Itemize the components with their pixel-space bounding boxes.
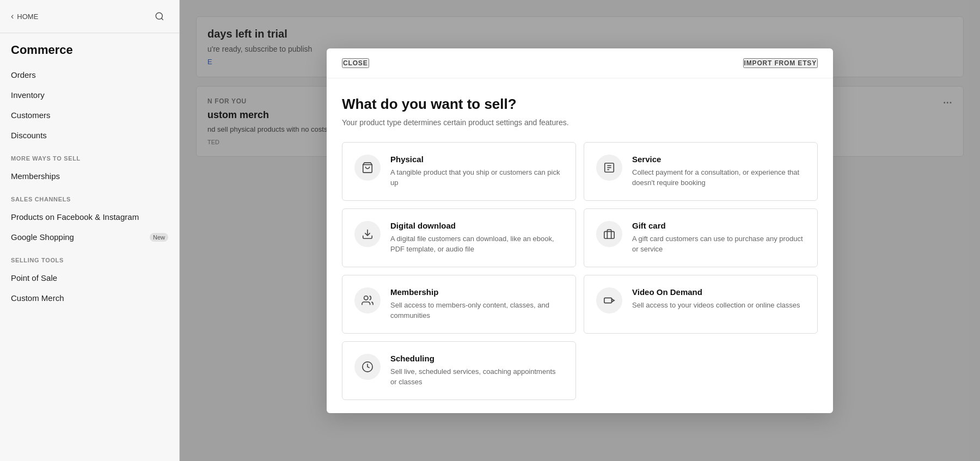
scheduling-desc: Sell live, scheduled services, coaching … — [390, 366, 564, 388]
physical-icon — [354, 155, 381, 181]
modal-title: What do you want to sell? — [342, 96, 818, 113]
product-card-physical[interactable]: Physical A tangible product that you shi… — [342, 142, 576, 201]
sidebar: ‹ HOME Commerce Orders Inventory Custome… — [0, 0, 180, 461]
sidebar-item-inventory[interactable]: Inventory — [11, 85, 168, 105]
import-from-etsy-button[interactable]: IMPORT FROM ETSY — [743, 58, 818, 68]
product-card-membership[interactable]: Membership Sell access to members-only c… — [342, 275, 576, 334]
scheduling-info: Scheduling Sell live, scheduled services… — [390, 354, 564, 388]
product-card-service[interactable]: Service Collect payment for a consultati… — [584, 142, 818, 201]
service-name: Service — [632, 155, 805, 164]
digital-download-desc: A digital file customers can download, l… — [390, 233, 564, 255]
sidebar-item-google-shopping[interactable]: Google Shopping New — [11, 227, 168, 247]
svg-rect-7 — [604, 231, 614, 238]
service-icon — [596, 155, 622, 181]
modal-body: What do you want to sell? Your product t… — [327, 78, 833, 413]
svg-point-0 — [156, 13, 162, 19]
svg-point-8 — [364, 296, 368, 299]
svg-marker-10 — [612, 299, 615, 302]
gift-card-name: Gift card — [632, 221, 805, 230]
app-layout: ‹ HOME Commerce Orders Inventory Custome… — [0, 0, 980, 461]
membership-info: Membership Sell access to members-only c… — [390, 287, 564, 321]
sidebar-item-memberships[interactable]: Memberships — [11, 166, 168, 186]
modal-overlay[interactable]: CLOSE IMPORT FROM ETSY What do you want … — [180, 0, 980, 461]
service-desc: Collect payment for a consultation, or e… — [632, 167, 805, 188]
new-badge: New — [150, 233, 168, 242]
svg-rect-9 — [604, 298, 612, 303]
sidebar-item-custom-merch[interactable]: Custom Merch — [11, 288, 168, 308]
sidebar-item-customers[interactable]: Customers — [11, 105, 168, 125]
membership-desc: Sell access to members-only content, cla… — [390, 300, 564, 321]
service-info: Service Collect payment for a consultati… — [632, 155, 805, 188]
search-icon[interactable] — [151, 8, 168, 25]
sidebar-nav-main: Orders Inventory Customers Discounts MOR… — [0, 65, 179, 308]
sidebar-item-orders[interactable]: Orders — [11, 65, 168, 85]
gift-card-desc: A gift card customers can use to purchas… — [632, 233, 805, 255]
video-on-demand-desc: Sell access to your videos collection or… — [632, 300, 805, 311]
membership-name: Membership — [390, 287, 564, 297]
scheduling-icon — [354, 354, 381, 380]
sidebar-title: Commerce — [0, 33, 179, 65]
section-sales-channels: SALES CHANNELS — [11, 186, 168, 207]
modal-header: CLOSE IMPORT FROM ETSY — [327, 48, 833, 78]
main-content: days left in trial u're ready, subscribe… — [180, 0, 980, 461]
modal-subtitle: Your product type determines certain pro… — [342, 118, 818, 127]
sidebar-item-point-of-sale[interactable]: Point of Sale — [11, 268, 168, 288]
video-on-demand-name: Video On Demand — [632, 287, 805, 297]
video-on-demand-info: Video On Demand Sell access to your vide… — [632, 287, 805, 311]
sidebar-item-facebook-instagram[interactable]: Products on Facebook & Instagram — [11, 207, 168, 227]
scheduling-name: Scheduling — [390, 354, 564, 363]
product-card-gift-card[interactable]: Gift card A gift card customers can use … — [584, 208, 818, 267]
video-on-demand-icon — [596, 287, 622, 314]
chevron-left-icon: ‹ — [11, 11, 14, 21]
gift-card-info: Gift card A gift card customers can use … — [632, 221, 805, 255]
product-card-video-on-demand[interactable]: Video On Demand Sell access to your vide… — [584, 275, 818, 334]
physical-name: Physical — [390, 155, 564, 164]
sidebar-top: ‹ HOME — [0, 0, 179, 33]
home-link[interactable]: ‹ HOME — [11, 11, 38, 21]
product-card-scheduling[interactable]: Scheduling Sell live, scheduled services… — [342, 341, 576, 400]
digital-download-icon — [354, 221, 381, 247]
digital-download-name: Digital download — [390, 221, 564, 230]
section-more-to-sell: MORE WAYS TO SELL — [11, 145, 168, 166]
membership-icon — [354, 287, 381, 314]
section-selling-tools: SELLING TOOLS — [11, 247, 168, 268]
physical-info: Physical A tangible product that you shi… — [390, 155, 564, 188]
physical-desc: A tangible product that you ship or cust… — [390, 167, 564, 188]
product-type-grid: Physical A tangible product that you shi… — [342, 142, 818, 400]
product-card-digital-download[interactable]: Digital download A digital file customer… — [342, 208, 576, 267]
modal-dialog: CLOSE IMPORT FROM ETSY What do you want … — [327, 48, 833, 413]
close-button[interactable]: CLOSE — [342, 58, 369, 68]
gift-card-icon — [596, 221, 622, 247]
sidebar-item-discounts[interactable]: Discounts — [11, 125, 168, 145]
home-label: HOME — [17, 13, 38, 21]
digital-download-info: Digital download A digital file customer… — [390, 221, 564, 255]
